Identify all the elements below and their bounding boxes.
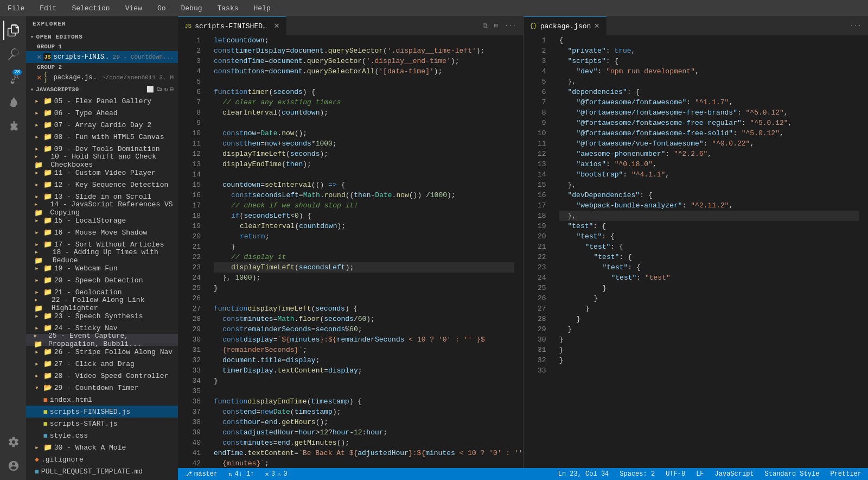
code-line-26 [214, 293, 514, 304]
folder-30[interactable]: ▸ 📁30 - Whack A Mole [26, 441, 178, 453]
folder-25[interactable]: ▸ 📁25 - Event Capture, Propagation, Bubb… [26, 334, 178, 346]
indent-style-text: Standard Style [765, 470, 820, 478]
json-line-8: "@fortawesome/fontawesome-free-brands": … [559, 108, 860, 118]
menu-edit[interactable]: Edit [36, 2, 60, 15]
new-folder-icon[interactable]: 🗂 [156, 86, 162, 93]
status-errors[interactable]: ✕ 3 ⚠ 0 [263, 470, 289, 478]
code-line-22: // display it [214, 252, 514, 262]
folder-icon-16: ▸ 📁 [35, 228, 52, 237]
menu-selection[interactable]: Selection [68, 2, 113, 15]
folder-07[interactable]: ▸ 📁07 - Array Cardio Day 2 [26, 119, 178, 131]
code-line-31: {remainderSeconds}`; [214, 345, 514, 355]
json-line-18: }, [559, 211, 860, 221]
settings-icon[interactable] [3, 432, 23, 452]
open-editors-section-header[interactable]: ▾ Open Editors [26, 31, 178, 42]
account-icon[interactable] [3, 456, 23, 476]
file-scripts-finished[interactable]: ◼scripts-FINISHED.js [26, 406, 178, 418]
menu-tasks[interactable]: Tasks [214, 2, 242, 15]
right-line-numbers: 1 2 3 4 5 6 7 8 9 10 11 12 13 14 [524, 35, 551, 468]
status-sync[interactable]: ↻ 4↓ 1↑ [226, 470, 256, 478]
json-line-27: } [559, 304, 860, 314]
folder-16[interactable]: ▸ 📁16 - Mouse Move Shadow [26, 226, 178, 238]
file-scripts-start[interactable]: ◼scripts-START.js [26, 418, 178, 430]
folder-10[interactable]: ▸ 📁10 - Hold Shift and Check Checkboxes [26, 155, 178, 167]
tab-package-name: package.json [540, 22, 591, 30]
folder-icon-25: ▸ 📁 [34, 331, 46, 349]
collapse-icon[interactable]: ⊟ [170, 86, 174, 93]
status-left: ⎇ master ↻ 4↓ 1↑ ✕ 3 ⚠ 0 [182, 470, 289, 478]
menu-file[interactable]: File [4, 2, 28, 15]
folder-22[interactable]: ▸ 📁22 - Follow Along Link Highlighter [26, 298, 178, 310]
folder-27[interactable]: ▸ 📁27 - Click and Drag [26, 358, 178, 370]
sidebar-header: Explorer [26, 16, 178, 31]
status-position[interactable]: Ln 23, Col 34 [556, 470, 611, 478]
left-code-content[interactable]: let countdown; const timerDisplay = docu… [205, 35, 523, 468]
file-readme[interactable]: ◼readme.md [26, 477, 178, 480]
code-line-2: const timerDisplay = document.querySelec… [214, 46, 514, 56]
file-index-html[interactable]: ◼index.html [26, 394, 178, 406]
sidebar-content[interactable]: ▾ Open Editors GROUP 1 ✕ JS scripts-FINI… [26, 31, 178, 480]
folder-08[interactable]: ▸ 📁08 - Fun with HTML5 Canvas [26, 131, 178, 143]
files-icon[interactable] [3, 21, 23, 40]
layout-icon[interactable]: ⊞ [492, 21, 500, 31]
status-line-ending[interactable]: LF [694, 470, 706, 478]
folder-26[interactable]: ▸ 📁26 - Stripe Follow Along Nav [26, 346, 178, 358]
status-formatter[interactable]: Prettier [828, 470, 864, 478]
editor-item-package-json[interactable]: ✕ { } package.json ~/code/soen6011 3, M [26, 72, 178, 84]
source-control-icon[interactable]: 28 [3, 68, 23, 88]
editor-close-scripts[interactable]: ✕ [37, 53, 41, 61]
right-code-content[interactable]: { "private": true, "scripts": { "dev": "… [551, 35, 869, 468]
tab-scripts-finished[interactable]: JS scripts-FINISHED.js ✕ [178, 16, 286, 35]
open-editors-label: Open Editors [36, 34, 83, 40]
code-line-28: const minutes = Math.floor(seconds / 60)… [214, 314, 514, 324]
editor-item-scripts-finished[interactable]: ✕ JS scripts-FINISHED.js 29 - Countdown.… [26, 51, 178, 63]
status-branch[interactable]: ⎇ master [182, 470, 220, 478]
editor-close-package[interactable]: ✕ [37, 74, 41, 81]
tab-package-json[interactable]: {} package.json ✕ [524, 16, 607, 35]
code-line-25: } [214, 283, 514, 293]
file-style-css[interactable]: ◼style.css [26, 430, 178, 441]
menu-view[interactable]: View [122, 2, 145, 15]
new-file-icon[interactable]: ⬜ [146, 86, 154, 93]
status-language[interactable]: JavaScript [713, 470, 756, 478]
menu-debug[interactable]: Debug [177, 2, 205, 15]
code-line-39: const adjustedHour = hour > 12 ? hour - … [214, 427, 514, 438]
extensions-icon[interactable] [3, 116, 23, 136]
debug-icon[interactable] [3, 92, 23, 112]
folder-12[interactable]: ▸ 📁12 - Key Sequence Detection [26, 179, 178, 191]
search-icon[interactable] [3, 45, 23, 64]
folder-18[interactable]: ▸ 📁18 - Adding Up Times with Reduce [26, 250, 178, 262]
refresh-icon[interactable]: ↻ [164, 86, 168, 93]
folder-11[interactable]: ▸ 📁11 - Custom Video Player [26, 167, 178, 179]
status-encoding[interactable]: UTF-8 [663, 470, 687, 478]
split-editor-icon[interactable]: ⧉ [481, 21, 490, 31]
more-actions-icon[interactable]: ··· [502, 21, 519, 31]
folder-icon-20: ▸ 📁 [35, 276, 52, 285]
code-line-8: clearInterval(countdown); [214, 108, 514, 118]
json-line-4: "dev": "npm run development", [559, 66, 860, 77]
file-gitignore[interactable]: ◆.gitignore [26, 453, 178, 465]
status-spaces[interactable]: Spaces: 2 [617, 470, 657, 478]
json-line-28: } [559, 314, 860, 324]
menu-go[interactable]: Go [154, 2, 169, 15]
javascript30-section-header[interactable]: ▾ JAVASCRIPT30 ⬜ 🗂 ↻ ⊟ [26, 84, 178, 95]
folder-29[interactable]: ▾ 📂29 - Countdown Timer [26, 382, 178, 394]
status-indent-style[interactable]: Standard Style [763, 470, 822, 478]
json-line-31: } [559, 345, 860, 355]
tab-package-close[interactable]: ✕ [594, 22, 599, 30]
sync-count: 4↓ 1↑ [234, 470, 254, 478]
folder-14[interactable]: ▸ 📁14 - JavaScript References VS Copying [26, 203, 178, 214]
folder-icon-30: ▸ 📁 [35, 443, 52, 452]
folder-06[interactable]: ▸ 📁06 - Type Ahead [26, 107, 178, 119]
code-line-41: endTime.textContent = `Be Back At ${adju… [214, 448, 514, 458]
right-tab-actions: ··· [843, 16, 868, 35]
folder-20[interactable]: ▸ 📁20 - Speech Detection [26, 274, 178, 286]
file-pull-request[interactable]: ◼PULL_REQUEST_TEMPLATE.md [26, 465, 178, 477]
encoding-text: UTF-8 [666, 470, 685, 478]
menu-help[interactable]: Help [251, 2, 274, 15]
json-line-29: } [559, 324, 860, 334]
folder-05[interactable]: ▸ 📁05 - Flex Panel Gallery [26, 95, 178, 107]
right-more-actions-icon[interactable]: ··· [847, 21, 864, 31]
tab-scripts-close[interactable]: ✕ [274, 22, 279, 30]
folder-28[interactable]: ▸ 📁28 - Video Speed Controller [26, 370, 178, 382]
